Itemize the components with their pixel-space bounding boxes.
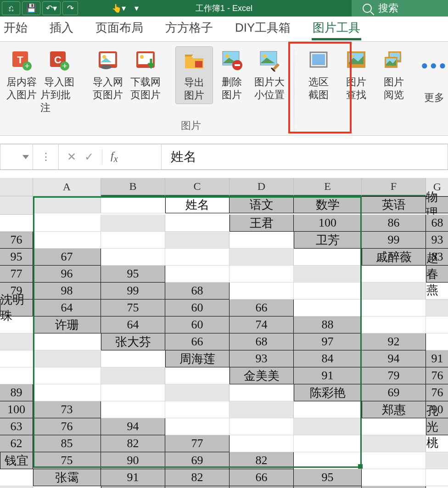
qat-btn-1[interactable]: ⎌ bbox=[2, 1, 20, 15]
table-cell[interactable]: 100 bbox=[0, 401, 33, 418]
table-cell[interactable]: 75 bbox=[33, 452, 101, 469]
table-cell[interactable]: 郑惠 bbox=[362, 401, 426, 418]
cell-empty[interactable] bbox=[426, 333, 448, 350]
table-cell[interactable]: 90 bbox=[101, 452, 165, 469]
cell-empty[interactable] bbox=[0, 316, 33, 333]
table-cell[interactable]: 88 bbox=[294, 316, 362, 333]
btn-pic-size-pos[interactable]: 图片大 小位置 bbox=[251, 46, 288, 104]
table-cell[interactable]: 孔光桃 bbox=[426, 418, 448, 435]
cell-blank[interactable] bbox=[0, 350, 33, 367]
table-cell[interactable]: 63 bbox=[0, 418, 33, 435]
table-cell[interactable]: 82 bbox=[230, 452, 294, 469]
table-cell[interactable]: 66 bbox=[165, 333, 230, 350]
cell-empty[interactable] bbox=[426, 486, 448, 488]
cell-empty[interactable] bbox=[101, 401, 165, 418]
tab-insert[interactable]: 插入 bbox=[49, 17, 74, 39]
table-cell[interactable]: 王君 bbox=[230, 215, 294, 232]
cell-empty[interactable] bbox=[165, 266, 230, 283]
table-cell[interactable]: 金美美 bbox=[230, 367, 294, 384]
table-cell[interactable]: 64 bbox=[33, 299, 101, 316]
select-all-corner[interactable] bbox=[0, 178, 33, 196]
col-header-D[interactable]: D bbox=[230, 178, 294, 196]
table-cell[interactable]: 94 bbox=[362, 350, 426, 367]
table-cell[interactable]: 76 bbox=[426, 367, 448, 384]
tab-pic[interactable]: 图片工具 bbox=[312, 17, 361, 39]
table-cell[interactable]: 戚醉薇 bbox=[362, 249, 426, 266]
table-cell[interactable]: 95 bbox=[101, 266, 165, 283]
cell-blank[interactable] bbox=[33, 215, 101, 232]
cell-empty[interactable] bbox=[33, 232, 101, 249]
row-header[interactable] bbox=[0, 486, 33, 488]
table-cell[interactable]: 91 bbox=[426, 350, 448, 367]
table-cell[interactable]: 卫芳 bbox=[294, 232, 362, 249]
cell-empty[interactable] bbox=[362, 469, 426, 486]
row-header[interactable] bbox=[0, 333, 33, 350]
table-cell[interactable]: 93 bbox=[426, 232, 448, 249]
table-cell[interactable]: 69 bbox=[165, 452, 230, 469]
col-header-blank[interactable] bbox=[0, 196, 33, 215]
row-header[interactable] bbox=[101, 215, 165, 232]
tab-start[interactable]: 开始 bbox=[3, 17, 28, 39]
table-cell[interactable]: 94 bbox=[165, 486, 230, 488]
table-cell[interactable]: 孔海燕 bbox=[101, 486, 165, 488]
table-cell[interactable]: 60 bbox=[165, 316, 230, 333]
table-cell[interactable]: 84 bbox=[294, 350, 362, 367]
table-cell[interactable]: 97 bbox=[294, 333, 362, 350]
table-header-cell[interactable]: 英语 bbox=[362, 196, 426, 213]
row-header[interactable] bbox=[33, 196, 101, 213]
cell-blank[interactable] bbox=[101, 384, 165, 401]
cell-empty[interactable] bbox=[362, 266, 426, 283]
btn-import-web[interactable]: 导入网 页图片 bbox=[89, 46, 127, 103]
table-cell[interactable]: 91 bbox=[101, 469, 165, 486]
table-cell[interactable]: 66 bbox=[230, 469, 294, 486]
table-cell[interactable]: 94 bbox=[101, 418, 165, 435]
table-cell[interactable]: 91 bbox=[294, 367, 362, 384]
table-cell[interactable]: 76 bbox=[426, 384, 448, 401]
row-header[interactable] bbox=[33, 350, 101, 367]
table-cell[interactable]: 60 bbox=[165, 299, 230, 316]
cell-empty[interactable] bbox=[0, 215, 33, 232]
table-cell[interactable]: 96 bbox=[33, 266, 101, 283]
table-cell[interactable]: 93 bbox=[230, 350, 294, 367]
cell-empty[interactable] bbox=[101, 350, 165, 367]
table-cell[interactable]: 82 bbox=[101, 435, 165, 452]
table-cell[interactable]: 75 bbox=[101, 299, 165, 316]
cell-empty[interactable] bbox=[101, 196, 165, 213]
row-header[interactable] bbox=[101, 367, 165, 384]
table-header-cell[interactable]: 姓名 bbox=[165, 196, 230, 213]
tab-diy[interactable]: DIY工具箱 bbox=[234, 17, 291, 39]
btn-import-to-note[interactable]: C+ 导入图 片到批注 bbox=[40, 46, 78, 116]
cell-blank[interactable] bbox=[362, 299, 426, 316]
table-cell[interactable]: 74 bbox=[230, 316, 294, 333]
col-header-F[interactable]: F bbox=[362, 178, 426, 196]
table-cell[interactable]: 64 bbox=[101, 316, 165, 333]
cell-empty[interactable] bbox=[0, 469, 33, 486]
row-header[interactable] bbox=[230, 249, 294, 266]
cell-empty[interactable] bbox=[33, 384, 101, 401]
qat-touch[interactable]: 👆▾ bbox=[109, 1, 128, 15]
row-header[interactable] bbox=[294, 418, 362, 435]
cell-empty[interactable] bbox=[165, 367, 230, 384]
table-cell[interactable]: 陈彩艳 bbox=[294, 384, 362, 401]
cell-empty[interactable] bbox=[362, 418, 426, 435]
table-cell[interactable]: 99 bbox=[362, 232, 426, 249]
table-cell[interactable]: 张大芬 bbox=[101, 333, 165, 350]
cell-empty[interactable] bbox=[294, 249, 362, 266]
qat-redo[interactable]: ↷ bbox=[62, 1, 78, 15]
cell-blank[interactable] bbox=[294, 283, 362, 299]
table-cell[interactable]: 周海莲 bbox=[165, 350, 230, 367]
table-cell[interactable]: 张霭 bbox=[33, 469, 101, 486]
table-cell[interactable]: 79 bbox=[362, 367, 426, 384]
cancel-icon[interactable]: ✕ bbox=[67, 150, 76, 163]
table-cell[interactable]: 许珊 bbox=[33, 316, 101, 333]
cell-empty[interactable] bbox=[33, 333, 101, 350]
table-cell[interactable]: 68 bbox=[230, 333, 294, 350]
table-cell[interactable]: 赵春燕 bbox=[426, 266, 448, 283]
table-cell[interactable]: 99 bbox=[101, 283, 165, 299]
table-cell[interactable]: 66 bbox=[362, 486, 426, 488]
table-cell[interactable]: 85 bbox=[33, 435, 101, 452]
cell-blank[interactable] bbox=[101, 232, 165, 249]
btn-pic-find[interactable]: 图片 查找 bbox=[337, 46, 375, 103]
cell-empty[interactable] bbox=[165, 215, 230, 232]
row-header[interactable] bbox=[165, 232, 230, 249]
